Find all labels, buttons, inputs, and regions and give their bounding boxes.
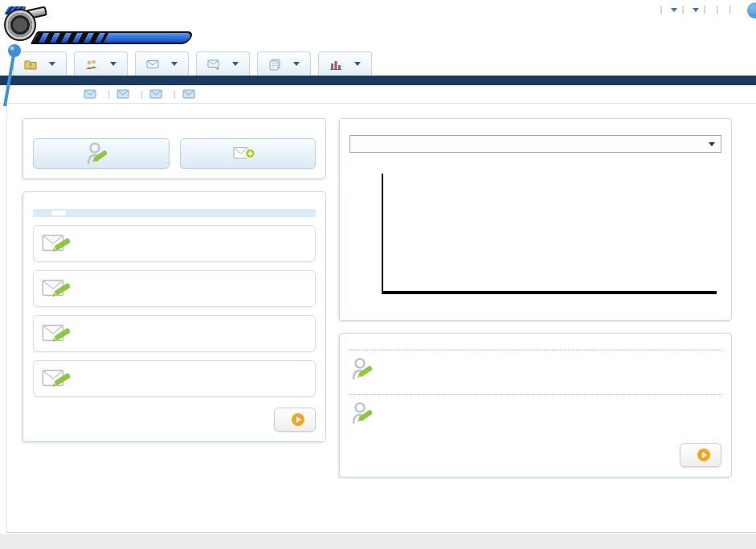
envelope-icon <box>146 58 159 71</box>
folder-user-icon <box>24 58 37 71</box>
logo-stripes <box>33 33 108 43</box>
chevron-down-icon <box>110 62 116 66</box>
chevron-down-icon <box>49 62 55 66</box>
navy-divider-bar <box>0 76 756 85</box>
logo-email-bar <box>31 31 195 44</box>
envelope-icon <box>149 88 162 100</box>
recent-activity-item[interactable] <box>149 88 167 100</box>
chevron-down-icon <box>171 62 178 66</box>
tab-contacts[interactable] <box>74 51 128 76</box>
envelope-pencil-icon <box>42 277 72 301</box>
manage-lists-button[interactable] <box>33 138 170 169</box>
footer-band <box>0 534 756 549</box>
see-all-contact-lists-button[interactable] <box>680 443 721 467</box>
logo <box>6 2 215 48</box>
filter-all-campaigns[interactable] <box>51 211 66 215</box>
envelope-icon <box>84 88 96 100</box>
pages-icon <box>268 58 281 71</box>
contact-activity-chart <box>361 174 717 307</box>
recent-activity-item[interactable] <box>84 88 101 100</box>
envelope-icon <box>182 88 195 100</box>
top-nav-links: | | | | | <box>656 4 735 14</box>
tab-email-campaigns[interactable] <box>135 51 189 76</box>
envelope-arrow-icon <box>207 58 220 71</box>
tab-statistics[interactable] <box>318 51 372 76</box>
chart-plot-area <box>382 174 717 294</box>
create-email-button[interactable] <box>180 138 317 169</box>
tab-custom-fields[interactable] <box>257 51 311 76</box>
main-nav <box>0 50 756 76</box>
bar-chart-icon <box>329 58 342 71</box>
arrow-circle-icon <box>292 413 304 426</box>
contact-list-row[interactable] <box>349 394 721 432</box>
person-pencil-icon <box>351 401 374 425</box>
stats-period-select[interactable] <box>349 135 721 153</box>
campaign-row[interactable] <box>33 360 316 397</box>
latest-stats-panel <box>339 118 732 321</box>
chevron-down-icon <box>232 62 239 66</box>
campaigns-filter-bar <box>33 209 316 217</box>
footer-divider <box>6 532 756 533</box>
envelope-plus-icon <box>233 141 255 166</box>
users-icon <box>85 58 98 71</box>
chevron-down-icon <box>354 62 361 66</box>
campaigns-panel <box>22 191 326 442</box>
annotation-ball-right <box>747 2 756 18</box>
get-started-panel <box>22 118 326 179</box>
envelope-pencil-icon <box>42 231 72 256</box>
envelope-pencil-icon <box>42 322 72 346</box>
recent-activity-item[interactable] <box>182 88 200 100</box>
person-pencil-icon <box>351 357 374 381</box>
contact-lists-panel <box>339 333 732 477</box>
view-all-campaigns-button[interactable] <box>274 408 316 432</box>
header: | | | | | <box>0 0 756 50</box>
arrow-circle-icon <box>697 449 710 461</box>
recent-activity-bar: | | | <box>0 85 756 104</box>
tab-autoresponders[interactable] <box>196 51 250 76</box>
recent-activity-item[interactable] <box>116 88 134 100</box>
tab-contact-lists[interactable] <box>13 51 67 76</box>
chevron-down-icon <box>671 8 677 12</box>
envelope-icon <box>116 88 129 100</box>
chevron-down-icon <box>293 62 300 66</box>
campaign-row[interactable] <box>33 225 316 262</box>
chevron-down-icon <box>709 142 715 146</box>
main-content <box>0 110 756 477</box>
logo-turbo-swirl-icon <box>8 13 32 37</box>
chevron-down-icon <box>693 8 699 12</box>
content-frame-line <box>6 87 7 533</box>
campaign-row[interactable] <box>33 270 316 307</box>
chart-y-axis <box>361 174 382 294</box>
campaign-row[interactable] <box>33 315 316 352</box>
person-pencil-icon <box>86 141 108 166</box>
contact-list-row[interactable] <box>349 350 721 387</box>
envelope-pencil-icon <box>42 367 72 391</box>
